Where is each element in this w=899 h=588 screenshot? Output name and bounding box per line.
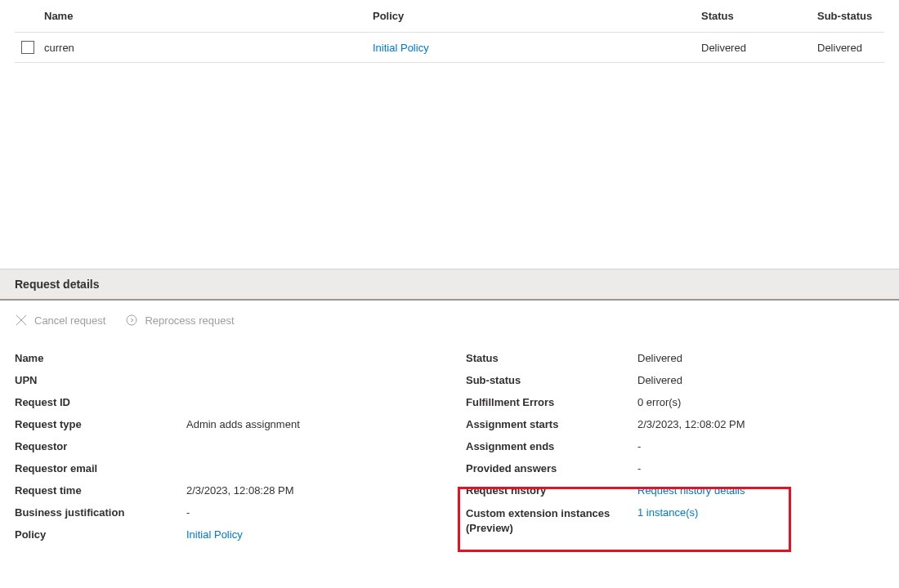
header-policy[interactable]: Policy	[373, 10, 701, 22]
close-icon	[15, 314, 28, 327]
status-value: Delivered	[637, 352, 884, 364]
request-time-value: 2/3/2023, 12:08:28 PM	[186, 484, 433, 497]
request-type-label: Request type	[15, 418, 186, 430]
fulfillment-errors-value: 0 error(s)	[637, 396, 884, 408]
row-name: curren	[44, 42, 373, 54]
assignment-starts-label: Assignment starts	[466, 418, 637, 430]
table-row[interactable]: curren Initial Policy Delivered Delivere…	[15, 33, 884, 63]
request-history-label: Request history	[466, 484, 637, 497]
assignment-ends-label: Assignment ends	[466, 440, 637, 452]
substatus-label: Sub-status	[466, 374, 637, 386]
row-checkbox[interactable]	[21, 41, 34, 54]
table-header: Name Policy Status Sub-status	[15, 0, 884, 33]
provided-answers-label: Provided answers	[466, 462, 637, 474]
business-justification-value: -	[186, 506, 433, 519]
details-panel-title: Request details	[0, 269, 899, 301]
policy-link[interactable]: Initial Policy	[186, 528, 243, 541]
requestor-label: Requestor	[15, 440, 186, 452]
fulfillment-errors-label: Fulfillment Errors	[466, 396, 637, 408]
upn-label: UPN	[15, 374, 186, 386]
header-name[interactable]: Name	[44, 10, 373, 22]
row-substatus: Delivered	[817, 42, 884, 54]
svg-point-2	[127, 315, 136, 325]
reprocess-request-button: Reprocess request	[125, 314, 234, 327]
custom-extension-label: Custom extension instances (Preview)	[466, 506, 637, 536]
request-type-value: Admin adds assignment	[186, 418, 433, 430]
cancel-request-button: Cancel request	[15, 314, 105, 327]
cancel-request-label: Cancel request	[34, 314, 105, 327]
provided-answers-value: -	[637, 462, 884, 474]
name-label: Name	[15, 352, 186, 364]
custom-extension-link[interactable]: 1 instance(s)	[637, 506, 698, 519]
requestor-email-label: Requestor email	[15, 462, 186, 474]
header-status[interactable]: Status	[701, 10, 817, 22]
policy-label: Policy	[15, 528, 186, 541]
business-justification-label: Business justification	[15, 506, 186, 519]
request-time-label: Request time	[15, 484, 186, 497]
reprocess-request-label: Reprocess request	[145, 314, 234, 327]
reprocess-icon	[125, 314, 138, 327]
substatus-value: Delivered	[637, 374, 884, 386]
request-history-link[interactable]: Request history details	[637, 484, 745, 497]
status-label: Status	[466, 352, 637, 364]
assignment-ends-value: -	[637, 440, 884, 452]
row-status: Delivered	[701, 42, 817, 54]
row-policy-link[interactable]: Initial Policy	[373, 42, 429, 54]
request-id-label: Request ID	[15, 396, 186, 408]
assignment-starts-value: 2/3/2023, 12:08:02 PM	[637, 418, 884, 430]
header-substatus[interactable]: Sub-status	[817, 10, 884, 22]
